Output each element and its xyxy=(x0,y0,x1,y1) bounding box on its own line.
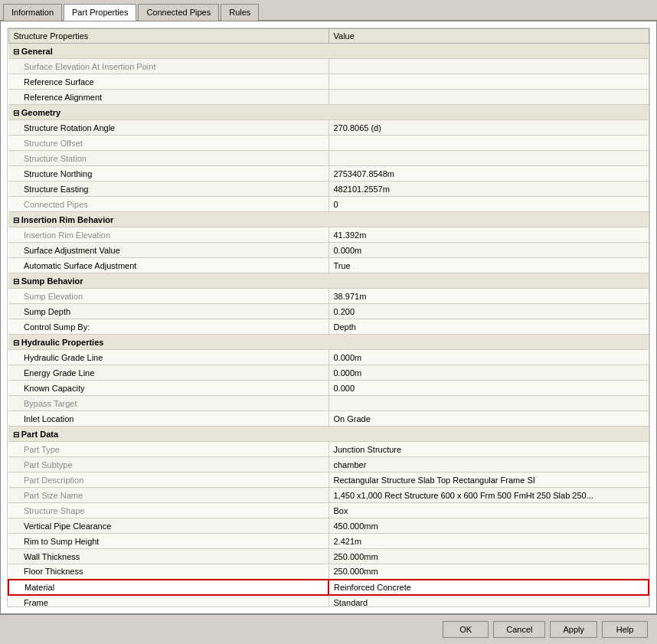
table-row[interactable]: Reference Surface xyxy=(8,74,649,90)
table-row[interactable]: Vertical Pipe Clearance 450.000mm xyxy=(8,518,649,534)
table-row[interactable]: Wall Thickness 250.000mm xyxy=(8,549,649,564)
table-row: General xyxy=(8,44,649,59)
table-row[interactable]: Rim to Sump Height 2.421m xyxy=(8,534,649,549)
table-row[interactable]: Part Type Junction Structure xyxy=(8,442,649,457)
table-row[interactable]: Structure Offset xyxy=(8,136,649,151)
table-row: Sump Behavior xyxy=(8,273,649,289)
table-row[interactable]: Hydraulic Grade Line 0.000m xyxy=(8,350,649,365)
tab-connected-pipes[interactable]: Connected Pipes xyxy=(138,4,219,21)
table-row[interactable]: Structure Rotation Angle 270.8065 (d) xyxy=(8,120,649,136)
table-row[interactable]: Part Size Name 1,450 x1,000 Rect Structu… xyxy=(8,488,649,503)
tab-information[interactable]: Information xyxy=(3,4,62,21)
table-row: Insertion Rim Behavior xyxy=(8,212,649,227)
col-header-value: Value xyxy=(328,29,649,44)
table-row[interactable]: Bypass Target xyxy=(8,396,649,411)
table-row[interactable]: Structure Northing 2753407.8548m xyxy=(8,166,649,181)
tabs-bar: Information Part Properties Connected Pi… xyxy=(0,0,657,21)
properties-table: Structure Properties Value General Surfa… xyxy=(8,28,649,607)
table-row[interactable]: Insertion Rim Elevation 41.392m xyxy=(8,227,649,243)
table-row[interactable]: Energy Grade Line 0.000m xyxy=(8,365,649,381)
table-row: Part Data xyxy=(8,427,649,442)
table-row: Hydraulic Properties xyxy=(8,335,649,350)
table-row[interactable]: Structure Easting 482101.2557m xyxy=(8,181,649,197)
table-row[interactable]: Connected Pipes 0 xyxy=(8,197,649,212)
col-header-property: Structure Properties xyxy=(8,29,328,44)
table-row[interactable]: Part Description Rectangular Structure S… xyxy=(8,472,649,488)
table-row[interactable]: Floor Thickness 250.000mm xyxy=(8,564,649,580)
table-row[interactable]: Material Reinforced Concrete xyxy=(8,580,649,595)
table-row[interactable]: Structure Shape Box xyxy=(8,503,649,518)
table-row[interactable]: Structure Station xyxy=(8,151,649,166)
apply-button[interactable]: Apply xyxy=(550,621,597,638)
table-row[interactable]: Sump Elevation 38.971m xyxy=(8,289,649,304)
table-row[interactable]: Reference Alignment xyxy=(8,90,649,105)
table-row[interactable]: Automatic Surface Adjustment True xyxy=(8,258,649,273)
help-button[interactable]: Help xyxy=(602,621,648,638)
table-row[interactable]: Control Sump By: Depth xyxy=(8,319,649,335)
tab-rules[interactable]: Rules xyxy=(221,4,259,21)
table-row: Geometry xyxy=(8,105,649,120)
table-row[interactable]: Known Capacity 0.000 xyxy=(8,381,649,396)
table-row[interactable]: Surface Adjustment Value 0.000m xyxy=(8,243,649,258)
tab-part-properties[interactable]: Part Properties xyxy=(64,4,136,21)
footer: OK Cancel Apply Help xyxy=(0,614,657,644)
table-row[interactable]: Surface Elevation At Insertion Point xyxy=(8,59,649,74)
table-row[interactable]: Inlet Location On Grade xyxy=(8,411,649,427)
ok-button[interactable]: OK xyxy=(443,621,489,638)
properties-table-wrapper[interactable]: Structure Properties Value General Surfa… xyxy=(7,28,650,607)
cancel-button[interactable]: Cancel xyxy=(493,621,545,638)
main-content: Structure Properties Value General Surfa… xyxy=(0,21,657,614)
table-row[interactable]: Part Subtype chamber xyxy=(8,457,649,472)
table-row[interactable]: Frame Standard xyxy=(8,595,649,608)
table-row[interactable]: Sump Depth 0.200 xyxy=(8,304,649,319)
